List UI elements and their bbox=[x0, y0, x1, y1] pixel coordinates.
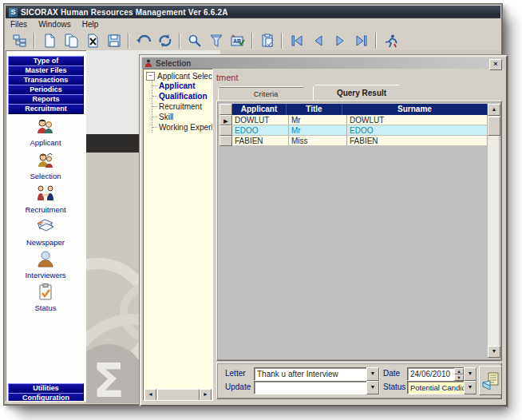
status-label: Status bbox=[383, 382, 405, 391]
applicant-icon bbox=[6, 117, 85, 137]
table-row-highlighted[interactable]: EDOO Mr EDOO bbox=[219, 125, 488, 136]
save-icon[interactable] bbox=[103, 32, 125, 50]
copy-icon[interactable] bbox=[60, 32, 81, 50]
previous-record-icon[interactable] bbox=[307, 32, 329, 50]
new-document-icon[interactable] bbox=[38, 32, 60, 50]
dialog-person-icon bbox=[144, 59, 152, 68]
sidebar-item-status[interactable]: Status bbox=[6, 282, 85, 312]
scroll-left-icon[interactable]: ◄ bbox=[144, 389, 156, 401]
selection-icon bbox=[6, 150, 85, 171]
tree-horizontal-scrollbar[interactable]: ◄ ► bbox=[144, 389, 212, 399]
row-selector-arrow-icon[interactable]: ▶ bbox=[219, 115, 232, 125]
title-bar: S SICORAX Human Resources Management Ver… bbox=[6, 6, 500, 18]
column-header-applicant[interactable]: Applicant bbox=[232, 104, 287, 115]
grid-header-row: Applicant Title Surname bbox=[219, 104, 488, 115]
result-grid: Applicant Title Surname ▶ DOWLUT Mr DOWL… bbox=[219, 104, 488, 358]
tree-item-qualification[interactable]: Qualification bbox=[152, 91, 212, 101]
row-selector[interactable] bbox=[219, 125, 232, 136]
table-row[interactable]: FABIEN Miss FABIEN bbox=[219, 136, 488, 146]
column-header-surname[interactable]: Surname bbox=[342, 104, 488, 115]
sidebar-item-interviewers[interactable]: Interviewers bbox=[6, 249, 85, 279]
paste-icon[interactable] bbox=[256, 32, 278, 50]
delete-document-icon[interactable] bbox=[81, 32, 103, 50]
table-row[interactable]: ▶ DOWLUT Mr DOWLUT bbox=[219, 115, 488, 125]
selection-dialog: Selection × tment − Applicant Selection … bbox=[140, 55, 508, 406]
tree-item-working-experience[interactable]: Working Experience bbox=[152, 122, 212, 133]
date-spinner[interactable]: ▲▼ bbox=[454, 368, 464, 380]
window-title: SICORAX Human Resources Management Ver 6… bbox=[21, 8, 228, 17]
spell-check-icon[interactable]: AB bbox=[227, 32, 248, 50]
sidebar-item-applicant[interactable]: Applicant bbox=[6, 117, 85, 147]
tab-criteria[interactable]: Criteria bbox=[218, 86, 313, 101]
send-letter-icon bbox=[482, 371, 500, 390]
spin-down-icon[interactable]: ▼ bbox=[454, 374, 464, 381]
send-letter-button[interactable] bbox=[479, 366, 502, 395]
scrollbar-thumb[interactable] bbox=[488, 117, 500, 136]
row-selector[interactable] bbox=[219, 136, 232, 146]
first-record-icon[interactable] bbox=[286, 32, 307, 50]
menu-help[interactable]: Help bbox=[82, 20, 99, 29]
sidebar-item-newspaper[interactable]: Newspaper bbox=[6, 216, 85, 247]
update-combobox[interactable]: ▼ bbox=[254, 381, 380, 394]
chevron-down-icon[interactable]: ▼ bbox=[366, 367, 379, 381]
menu-bar: Files Windows Help bbox=[6, 19, 500, 30]
chevron-down-icon[interactable]: ▼ bbox=[464, 367, 477, 381]
undo-icon[interactable] bbox=[132, 32, 154, 50]
tree-item-recruitment[interactable]: Recruitment bbox=[152, 101, 212, 112]
toolbar-separator bbox=[34, 33, 35, 49]
status-icon bbox=[6, 282, 85, 303]
sidebar: Type of Master Files Transactions Period… bbox=[6, 50, 87, 402]
sidebar-nav-recruitment[interactable]: Recruitment bbox=[8, 104, 84, 114]
toolbar-separator bbox=[281, 33, 283, 49]
toolbar: AB bbox=[6, 30, 500, 52]
last-record-icon[interactable] bbox=[350, 32, 372, 50]
update-label: Update bbox=[225, 382, 251, 391]
date-field[interactable]: 24/06/2010 ▲▼ ▼ bbox=[407, 367, 477, 381]
background-header-partial-text: tment bbox=[216, 73, 239, 82]
menu-files[interactable]: Files bbox=[10, 20, 27, 29]
toolbar-separator bbox=[251, 33, 253, 49]
recruitment-icon bbox=[6, 184, 85, 204]
scroll-down-icon[interactable]: ▼ bbox=[488, 346, 500, 358]
screen: S SICORAX Human Resources Management Ver… bbox=[0, 0, 522, 420]
tree-root-applicant-selection[interactable]: − Applicant Selection bbox=[146, 72, 212, 81]
menu-windows[interactable]: Windows bbox=[38, 20, 71, 29]
newspaper-icon bbox=[6, 216, 85, 237]
interviewers-icon bbox=[6, 249, 85, 270]
letter-update-panel: Letter Thank u after Interview ▼ Date 24… bbox=[216, 363, 502, 399]
grid-vertical-scrollbar[interactable]: ▲ ▼ bbox=[488, 104, 499, 358]
spin-up-icon[interactable]: ▲ bbox=[454, 368, 464, 374]
sidebar-item-recruitment[interactable]: Recruitment bbox=[6, 184, 85, 214]
toolbar-separator bbox=[128, 33, 129, 49]
refresh-icon[interactable] bbox=[154, 32, 176, 50]
search-icon[interactable] bbox=[184, 32, 205, 50]
sidebar-nav-configuration[interactable]: Configuration bbox=[8, 393, 84, 402]
date-label: Date bbox=[383, 369, 400, 378]
column-header-title[interactable]: Title bbox=[287, 104, 342, 115]
selection-tree: − Applicant Selection Applicant Qualific… bbox=[144, 69, 212, 133]
app-window: S SICORAX Human Resources Management Ver… bbox=[3, 3, 503, 406]
tree-item-applicant[interactable]: Applicant bbox=[152, 81, 212, 91]
sidebar-item-selection[interactable]: Selection bbox=[6, 150, 85, 180]
next-record-icon[interactable] bbox=[329, 32, 350, 50]
scrollbar-thumb[interactable] bbox=[157, 389, 200, 401]
chevron-down-icon[interactable]: ▼ bbox=[464, 381, 477, 394]
letter-combobox[interactable]: Thank u after Interview ▼ bbox=[254, 367, 380, 381]
selection-tree-panel: − Applicant Selection Applicant Qualific… bbox=[143, 69, 213, 401]
tree-item-skill[interactable]: Skill bbox=[152, 112, 212, 122]
dialog-title: Selection bbox=[156, 59, 191, 68]
dialog-title-bar: Selection × bbox=[142, 57, 505, 69]
chevron-down-icon[interactable]: ▼ bbox=[366, 381, 379, 394]
scroll-right-icon[interactable]: ► bbox=[200, 389, 212, 401]
toolbar-separator bbox=[375, 33, 377, 49]
tab-query-result[interactable]: Query Result bbox=[313, 85, 409, 101]
letter-label: Letter bbox=[225, 369, 246, 378]
filter-icon[interactable] bbox=[205, 32, 227, 50]
run-exit-icon[interactable] bbox=[380, 32, 401, 50]
status-combobox[interactable]: Potential Candidate ▼ bbox=[407, 381, 477, 394]
tree-collapse-icon[interactable]: − bbox=[146, 72, 155, 81]
dialog-close-button[interactable]: × bbox=[489, 59, 502, 70]
scroll-up-icon[interactable]: ▲ bbox=[488, 104, 500, 116]
query-result-panel: Applicant Title Surname ▶ DOWLUT Mr DOWL… bbox=[216, 101, 502, 361]
hierarchy-icon[interactable] bbox=[9, 32, 30, 50]
